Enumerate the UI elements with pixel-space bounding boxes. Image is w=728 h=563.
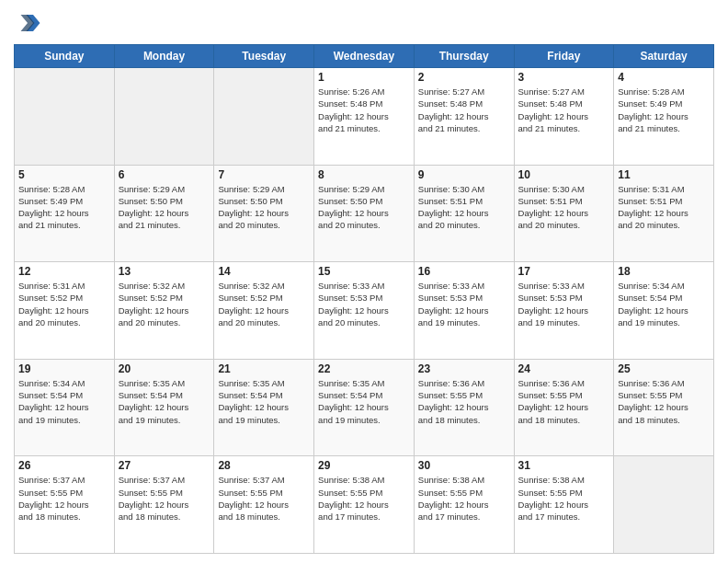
day-info: Sunrise: 5:38 AMSunset: 5:55 PMDaylight:… xyxy=(318,474,410,523)
day-info: Sunrise: 5:35 AMSunset: 5:54 PMDaylight:… xyxy=(318,377,410,426)
day-number: 2 xyxy=(418,71,510,84)
calendar-cell: 4Sunrise: 5:28 AMSunset: 5:49 PMDaylight… xyxy=(614,68,714,166)
day-number: 28 xyxy=(218,459,310,472)
day-number: 18 xyxy=(618,265,710,278)
day-info: Sunrise: 5:38 AMSunset: 5:55 PMDaylight:… xyxy=(418,474,510,523)
calendar-cell: 28Sunrise: 5:37 AMSunset: 5:55 PMDayligh… xyxy=(214,456,314,554)
day-number: 10 xyxy=(518,168,610,181)
day-number: 3 xyxy=(518,71,610,84)
day-info: Sunrise: 5:30 AMSunset: 5:51 PMDaylight:… xyxy=(418,183,510,232)
day-number: 29 xyxy=(318,459,410,472)
day-number: 26 xyxy=(18,459,110,472)
day-number: 4 xyxy=(618,71,710,84)
calendar-week-4: 26Sunrise: 5:37 AMSunset: 5:55 PMDayligh… xyxy=(15,456,714,554)
day-info: Sunrise: 5:36 AMSunset: 5:55 PMDaylight:… xyxy=(618,377,710,426)
calendar-cell: 26Sunrise: 5:37 AMSunset: 5:55 PMDayligh… xyxy=(15,456,115,554)
day-number: 8 xyxy=(318,168,410,181)
calendar-cell: 17Sunrise: 5:33 AMSunset: 5:53 PMDayligh… xyxy=(514,262,614,360)
calendar-cell: 16Sunrise: 5:33 AMSunset: 5:53 PMDayligh… xyxy=(414,262,514,360)
day-number: 24 xyxy=(518,362,610,375)
calendar-table: SundayMondayTuesdayWednesdayThursdayFrid… xyxy=(14,44,714,554)
day-info: Sunrise: 5:26 AMSunset: 5:48 PMDaylight:… xyxy=(318,86,410,134)
day-info: Sunrise: 5:33 AMSunset: 5:53 PMDaylight:… xyxy=(318,280,410,328)
calendar-cell: 30Sunrise: 5:38 AMSunset: 5:55 PMDayligh… xyxy=(414,456,514,554)
day-info: Sunrise: 5:34 AMSunset: 5:54 PMDaylight:… xyxy=(618,280,710,328)
day-number: 20 xyxy=(119,362,210,375)
day-header-friday: Friday xyxy=(514,45,614,68)
calendar-week-1: 5Sunrise: 5:28 AMSunset: 5:49 PMDaylight… xyxy=(15,165,714,262)
day-info: Sunrise: 5:32 AMSunset: 5:52 PMDaylight:… xyxy=(218,280,310,328)
day-info: Sunrise: 5:31 AMSunset: 5:52 PMDaylight:… xyxy=(18,280,110,328)
day-number: 19 xyxy=(18,362,110,375)
calendar-cell: 24Sunrise: 5:36 AMSunset: 5:55 PMDayligh… xyxy=(514,359,614,456)
day-info: Sunrise: 5:28 AMSunset: 5:49 PMDaylight:… xyxy=(18,183,110,232)
day-info: Sunrise: 5:35 AMSunset: 5:54 PMDaylight:… xyxy=(119,377,210,426)
calendar-week-0: 1Sunrise: 5:26 AMSunset: 5:48 PMDaylight… xyxy=(15,68,714,166)
day-info: Sunrise: 5:35 AMSunset: 5:54 PMDaylight:… xyxy=(218,377,310,426)
day-info: Sunrise: 5:36 AMSunset: 5:55 PMDaylight:… xyxy=(418,377,510,426)
calendar-cell: 19Sunrise: 5:34 AMSunset: 5:54 PMDayligh… xyxy=(15,359,115,456)
header xyxy=(14,9,714,37)
calendar-cell xyxy=(15,68,115,166)
calendar-cell: 12Sunrise: 5:31 AMSunset: 5:52 PMDayligh… xyxy=(15,262,115,360)
day-number: 21 xyxy=(218,362,310,375)
day-info: Sunrise: 5:38 AMSunset: 5:55 PMDaylight:… xyxy=(518,474,610,523)
calendar-cell: 5Sunrise: 5:28 AMSunset: 5:49 PMDaylight… xyxy=(15,165,115,262)
calendar-cell: 20Sunrise: 5:35 AMSunset: 5:54 PMDayligh… xyxy=(114,359,214,456)
day-number: 30 xyxy=(418,459,510,472)
day-info: Sunrise: 5:29 AMSunset: 5:50 PMDaylight:… xyxy=(318,183,410,232)
day-info: Sunrise: 5:30 AMSunset: 5:51 PMDaylight:… xyxy=(518,183,610,232)
calendar-cell: 7Sunrise: 5:29 AMSunset: 5:50 PMDaylight… xyxy=(214,165,314,262)
day-number: 23 xyxy=(418,362,510,375)
day-info: Sunrise: 5:33 AMSunset: 5:53 PMDaylight:… xyxy=(418,280,510,328)
day-info: Sunrise: 5:29 AMSunset: 5:50 PMDaylight:… xyxy=(218,183,310,232)
day-info: Sunrise: 5:32 AMSunset: 5:52 PMDaylight:… xyxy=(119,280,210,328)
calendar-cell: 23Sunrise: 5:36 AMSunset: 5:55 PMDayligh… xyxy=(414,359,514,456)
day-number: 27 xyxy=(119,459,210,472)
day-info: Sunrise: 5:37 AMSunset: 5:55 PMDaylight:… xyxy=(119,474,210,523)
day-number: 5 xyxy=(18,168,110,181)
day-info: Sunrise: 5:37 AMSunset: 5:55 PMDaylight:… xyxy=(18,474,110,523)
calendar-cell: 14Sunrise: 5:32 AMSunset: 5:52 PMDayligh… xyxy=(214,262,314,360)
page: SundayMondayTuesdayWednesdayThursdayFrid… xyxy=(0,0,728,563)
day-number: 6 xyxy=(119,168,210,181)
day-number: 9 xyxy=(418,168,510,181)
calendar-cell: 29Sunrise: 5:38 AMSunset: 5:55 PMDayligh… xyxy=(314,456,415,554)
day-info: Sunrise: 5:33 AMSunset: 5:53 PMDaylight:… xyxy=(518,280,610,328)
day-info: Sunrise: 5:28 AMSunset: 5:49 PMDaylight:… xyxy=(618,86,710,134)
calendar-cell: 21Sunrise: 5:35 AMSunset: 5:54 PMDayligh… xyxy=(214,359,314,456)
logo-icon xyxy=(14,9,41,37)
day-info: Sunrise: 5:27 AMSunset: 5:48 PMDaylight:… xyxy=(418,86,510,134)
day-number: 13 xyxy=(119,265,210,278)
day-number: 7 xyxy=(218,168,310,181)
day-number: 17 xyxy=(518,265,610,278)
day-number: 11 xyxy=(618,168,710,181)
day-info: Sunrise: 5:36 AMSunset: 5:55 PMDaylight:… xyxy=(518,377,610,426)
day-header-tuesday: Tuesday xyxy=(214,45,314,68)
day-info: Sunrise: 5:37 AMSunset: 5:55 PMDaylight:… xyxy=(218,474,310,523)
calendar-cell: 9Sunrise: 5:30 AMSunset: 5:51 PMDaylight… xyxy=(414,165,514,262)
calendar-cell: 31Sunrise: 5:38 AMSunset: 5:55 PMDayligh… xyxy=(514,456,614,554)
day-info: Sunrise: 5:34 AMSunset: 5:54 PMDaylight:… xyxy=(18,377,110,426)
day-number: 14 xyxy=(218,265,310,278)
calendar-cell: 18Sunrise: 5:34 AMSunset: 5:54 PMDayligh… xyxy=(614,262,714,360)
calendar-week-2: 12Sunrise: 5:31 AMSunset: 5:52 PMDayligh… xyxy=(15,262,714,360)
calendar-cell xyxy=(214,68,314,166)
calendar-week-3: 19Sunrise: 5:34 AMSunset: 5:54 PMDayligh… xyxy=(15,359,714,456)
day-number: 15 xyxy=(318,265,410,278)
calendar-cell: 11Sunrise: 5:31 AMSunset: 5:51 PMDayligh… xyxy=(614,165,714,262)
calendar-cell: 2Sunrise: 5:27 AMSunset: 5:48 PMDaylight… xyxy=(414,68,514,166)
day-number: 16 xyxy=(418,265,510,278)
day-info: Sunrise: 5:29 AMSunset: 5:50 PMDaylight:… xyxy=(119,183,210,232)
calendar-cell xyxy=(614,456,714,554)
calendar-cell: 8Sunrise: 5:29 AMSunset: 5:50 PMDaylight… xyxy=(314,165,415,262)
day-header-wednesday: Wednesday xyxy=(314,45,415,68)
calendar-cell: 10Sunrise: 5:30 AMSunset: 5:51 PMDayligh… xyxy=(514,165,614,262)
day-header-saturday: Saturday xyxy=(614,45,714,68)
calendar-cell: 3Sunrise: 5:27 AMSunset: 5:48 PMDaylight… xyxy=(514,68,614,166)
day-header-sunday: Sunday xyxy=(15,45,115,68)
calendar-cell xyxy=(114,68,214,166)
day-info: Sunrise: 5:31 AMSunset: 5:51 PMDaylight:… xyxy=(618,183,710,232)
calendar-cell: 6Sunrise: 5:29 AMSunset: 5:50 PMDaylight… xyxy=(114,165,214,262)
calendar-cell: 25Sunrise: 5:36 AMSunset: 5:55 PMDayligh… xyxy=(614,359,714,456)
